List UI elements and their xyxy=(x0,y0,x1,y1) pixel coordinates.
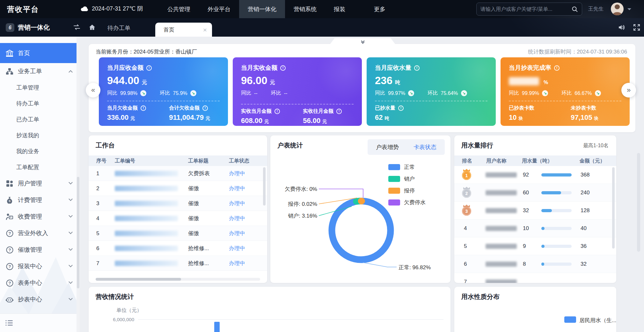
page-scrollbar[interactable] xyxy=(637,153,640,252)
info-icon[interactable]: ! xyxy=(336,109,342,114)
usage-bar xyxy=(541,173,572,177)
nav-item-marketing-integrated[interactable]: 营销一体化 xyxy=(239,0,285,18)
sidebar-item-meter-center[interactable]: ? 表务中心 xyxy=(0,275,80,291)
home-icon[interactable] xyxy=(89,24,96,31)
app-logo: 营收平台 xyxy=(7,4,39,14)
info-icon[interactable]: ! xyxy=(146,65,152,71)
sidebar-item-collection-manage[interactable]: ? 催缴管理 xyxy=(0,242,80,258)
sidebar-item-my-business[interactable]: 我的业务 xyxy=(0,143,80,159)
carousel-next-button[interactable]: » xyxy=(621,83,636,97)
worktable-row[interactable]: 1 欠费拆表 办理中 xyxy=(89,166,267,181)
order-status-link[interactable]: 办理中 xyxy=(229,181,245,196)
worktable-row[interactable]: 5 催缴 办理中 xyxy=(89,226,267,241)
user-name[interactable]: 王先生 xyxy=(588,6,604,12)
legend-item-normal[interactable]: 正常 xyxy=(388,163,415,171)
nav-item-marketing-system[interactable]: 营销系统 xyxy=(285,0,325,18)
order-status-link[interactable]: 办理中 xyxy=(229,211,245,226)
tab-card-status[interactable]: 卡表状态 xyxy=(413,143,436,151)
col-rank: 排名 xyxy=(462,155,472,166)
sidebar-item-cc-me[interactable]: 抄送我的 xyxy=(0,127,80,143)
carousel-prev-button[interactable]: « xyxy=(86,83,100,97)
worktable-row[interactable]: 7 抢维修... 办理中 xyxy=(89,256,267,271)
ranking-scrollbar[interactable] xyxy=(612,167,615,249)
switch-module-icon[interactable] xyxy=(73,24,81,30)
legend-item-cancelled[interactable]: 销户 xyxy=(388,175,415,183)
legend-item-residential[interactable]: 居民用水（生... 86.44% xyxy=(579,317,616,324)
usage-bar xyxy=(541,191,572,194)
worktable-row[interactable]: 3 催缴 办理中 xyxy=(89,196,267,211)
order-title: 催缴 xyxy=(188,196,199,211)
sidebar-item-label: 报装中心 xyxy=(18,262,42,271)
rank-number: 5 xyxy=(464,237,467,255)
tab-close-icon[interactable]: × xyxy=(203,26,207,33)
worktable-horizontal-scrollbar[interactable] xyxy=(96,278,181,281)
sidebar-item-home[interactable]: 首页 xyxy=(0,43,80,63)
sidebar-item-install-center[interactable]: ? 报装中心 xyxy=(0,258,80,275)
sidebar-item-fee-manage[interactable]: 收费管理 xyxy=(0,208,80,225)
tab-meter-growth[interactable]: 户表增势 xyxy=(376,143,399,151)
collapse-menu-icon[interactable] xyxy=(5,320,13,326)
info-icon[interactable]: ! xyxy=(398,105,404,111)
usage-value: 9 xyxy=(523,237,526,255)
nav-item-field[interactable]: 外业平台 xyxy=(199,0,239,18)
order-status-link[interactable]: 办理中 xyxy=(229,166,245,181)
kpi-trend: 同比99.98%↘ 环比75.9%↘ xyxy=(107,90,220,97)
nav-item-install[interactable]: 报装 xyxy=(325,0,354,18)
sidebar-item-billing-manage[interactable]: S 计费管理 xyxy=(0,192,80,208)
search-icon[interactable] xyxy=(572,6,578,12)
nav-item-more[interactable]: 更多 xyxy=(365,0,394,18)
usage-bar xyxy=(541,263,572,266)
sidebar-item-user-manage[interactable]: 用户管理 xyxy=(0,175,80,192)
info-icon[interactable]: ! xyxy=(414,65,420,71)
legend-item-arrears[interactable]: 欠费停水 xyxy=(388,199,426,206)
meter-stats-tabs: 户表增势 卡表状态 xyxy=(368,139,445,155)
home-bank-icon xyxy=(5,49,14,57)
order-status-link[interactable]: 办理中 xyxy=(229,196,245,211)
top-bar: 营收平台 2024-07-31 27℃ 阴 公共管理 外业平台 营销一体化 营销… xyxy=(0,0,644,18)
legend-item-suspended[interactable]: 报停 xyxy=(388,187,415,194)
todo-workorders-link[interactable]: 待办工单 xyxy=(107,24,130,32)
sidebar-item-nonoperating-income[interactable]: ? 营业外收入 xyxy=(0,225,80,242)
usage-bar xyxy=(541,227,572,230)
legend-swatch xyxy=(388,176,400,182)
kpi-title: 当月抄表完成率 xyxy=(509,64,551,72)
search-input[interactable] xyxy=(480,6,572,12)
chevron-down-icon xyxy=(69,230,73,234)
donut-label-normal: 正常: 96.82% xyxy=(399,264,431,271)
usage-bar xyxy=(541,209,572,212)
sidebar-item-order-config[interactable]: 工单配置 xyxy=(0,159,80,175)
info-icon[interactable]: ! xyxy=(280,65,286,71)
worktable-row[interactable]: 4 催缴 办理中 xyxy=(89,211,267,226)
sidebar-item-done-orders[interactable]: 已办工单 xyxy=(0,112,80,127)
user-menu-caret-icon[interactable] xyxy=(627,8,631,12)
overview-panel: 当前账务月份：2024-05 营业所：香山镇厂 统计数据刷新时间：2024-07… xyxy=(89,44,635,132)
order-status-link[interactable]: 办理中 xyxy=(229,256,245,271)
avatar[interactable] xyxy=(611,3,624,15)
worktable-vertical-scrollbar[interactable] xyxy=(263,167,266,206)
order-status-link[interactable]: 办理中 xyxy=(229,241,245,256)
info-icon[interactable]: ! xyxy=(274,109,280,114)
global-search[interactable] xyxy=(476,3,582,16)
sidebar-item-order-manage[interactable]: 工单管理 xyxy=(0,80,80,96)
nav-item-public[interactable]: 公共管理 xyxy=(159,0,199,18)
sidebar-item-todo-orders[interactable]: 待办工单 xyxy=(0,96,80,112)
worktable-row[interactable]: 6 抢维修... 办理中 xyxy=(89,241,267,256)
fullscreen-icon[interactable] xyxy=(633,24,640,31)
sidebar-item-reading-center[interactable]: 抄表中心 xyxy=(0,291,80,308)
worktable-row[interactable]: 2 催缴 办理中 xyxy=(89,181,267,196)
sound-icon[interactable] xyxy=(618,24,626,31)
legend-swatch xyxy=(388,164,400,170)
info-icon[interactable]: ! xyxy=(141,105,146,111)
info-icon[interactable]: ! xyxy=(202,105,208,111)
sidebar-scrollbar[interactable] xyxy=(77,177,79,288)
kpi-value-redacted: % xyxy=(509,75,621,87)
tab-home[interactable]: 首页 × xyxy=(155,23,212,37)
order-status-link[interactable]: 办理中 xyxy=(229,226,245,241)
collapse-panel-button[interactable] xyxy=(330,38,395,44)
kpi-card-received-amount: 当月实收金额! 96.00元 同比-- 环比-- 实收当月金额! 608.00元… xyxy=(233,57,362,126)
info-icon[interactable]: ! xyxy=(554,65,560,71)
amount-value: 32 xyxy=(581,255,587,273)
refresh-time: 统计数据刷新时间：2024-07-31 09:36:06 xyxy=(528,48,627,55)
sidebar-item-workorders[interactable]: 业务工单 xyxy=(0,63,80,80)
divider xyxy=(107,101,220,101)
